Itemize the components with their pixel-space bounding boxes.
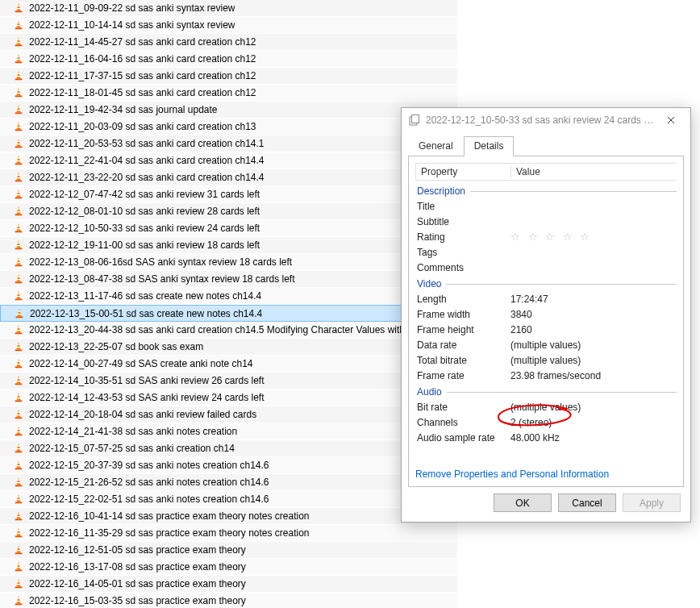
file-row[interactable]: 2022-12-16_11-35-29 sd sas practice exam… xyxy=(0,525,457,542)
file-name: 2022-12-14_20-18-04 sd sas anki review f… xyxy=(29,409,256,420)
property-row[interactable]: Subtitle xyxy=(415,214,677,229)
file-row[interactable]: 2022-12-11_14-45-27 sd sas anki card cre… xyxy=(0,34,457,51)
file-row[interactable]: 2022-12-14_20-18-04 sd sas anki review f… xyxy=(0,406,457,423)
file-name: 2022-12-14_00-27-49 sd SAS create anki n… xyxy=(29,358,253,369)
file-row[interactable]: 2022-12-13_08-06-16sd SAS anki syntax re… xyxy=(0,254,457,271)
file-row[interactable]: 2022-12-14_21-41-38 sd sas anki notes cr… xyxy=(0,423,457,440)
svg-marker-84 xyxy=(16,359,20,367)
svg-rect-37 xyxy=(15,164,23,165)
property-name: Comments xyxy=(415,262,510,273)
apply-button[interactable]: Apply xyxy=(623,493,681,512)
property-row[interactable]: Data rate(multiple values) xyxy=(415,337,677,352)
property-value: (multiple values) xyxy=(510,355,677,366)
svg-rect-130 xyxy=(17,548,19,548)
file-name: 2022-12-13_20-44-38 sd sas anki card cre… xyxy=(29,324,449,335)
file-row[interactable]: 2022-12-16_13-17-08 sd sas practice exam… xyxy=(0,559,457,576)
vlc-icon xyxy=(13,527,24,539)
svg-rect-142 xyxy=(17,598,19,599)
svg-marker-28 xyxy=(16,122,20,130)
file-row[interactable]: 2022-12-11_18-01-45 sd sas anki card cre… xyxy=(0,85,457,102)
file-name: 2022-12-15_22-02-51 sd sas anki notes cr… xyxy=(29,493,269,505)
file-row[interactable]: 2022-12-15_22-02-51 sd sas anki notes cr… xyxy=(0,491,457,508)
svg-rect-23 xyxy=(17,93,21,94)
file-row[interactable]: 2022-12-13_15-00-51 sd sas create new no… xyxy=(0,305,457,322)
file-row[interactable]: 2022-12-11_20-03-09 sd sas anki card cre… xyxy=(0,119,457,135)
property-row[interactable]: Audio sample rate48.000 kHz xyxy=(415,430,677,445)
file-name: 2022-12-11_18-01-45 sd sas anki card cre… xyxy=(29,87,256,98)
file-row[interactable]: 2022-12-11_17-37-15 sd sas anki card cre… xyxy=(0,68,457,85)
tab-details[interactable]: Details xyxy=(464,136,515,156)
property-row[interactable]: Rating☆ ☆ ☆ ☆ ☆ xyxy=(415,229,677,244)
close-button[interactable] xyxy=(655,108,687,132)
property-row[interactable]: Length17:24:47 xyxy=(415,291,677,306)
file-list[interactable]: 2022-12-11_09-09-22 sd sas anki syntax r… xyxy=(0,0,457,608)
svg-rect-34 xyxy=(17,141,19,142)
svg-rect-129 xyxy=(15,553,23,555)
property-name: Length xyxy=(415,294,510,305)
property-row[interactable]: Bit rate(multiple values) xyxy=(415,399,677,414)
file-row[interactable]: 2022-12-13_22-25-07 sd book sas exam xyxy=(0,339,457,356)
titlebar: 2022-12-12_10-50-33 sd sas anki review 2… xyxy=(402,108,690,132)
file-name: 2022-12-13_11-17-46 sd sas create new no… xyxy=(29,290,261,302)
file-row[interactable]: 2022-12-11_23-22-20 sd sas anki card cre… xyxy=(0,169,457,186)
svg-rect-7 xyxy=(17,25,21,26)
file-row[interactable]: 2022-12-12_10-50-33 sd sas anki review 2… xyxy=(0,220,457,237)
file-row[interactable]: 2022-12-11_19-42-34 sd sas journal updat… xyxy=(0,102,457,119)
cancel-button[interactable]: Cancel xyxy=(558,493,616,512)
file-row[interactable]: 2022-12-11_20-53-53 sd sas anki card cre… xyxy=(0,135,457,152)
property-row[interactable]: Title xyxy=(415,198,677,214)
file-row[interactable]: 2022-12-14_10-35-51 sd SAS anki review 2… xyxy=(0,373,457,389)
vlc-icon xyxy=(13,172,24,183)
file-row[interactable]: 2022-12-13_11-17-46 sd sas create new no… xyxy=(0,288,457,305)
column-value[interactable]: Value xyxy=(511,166,677,177)
file-row[interactable]: 2022-12-15_21-26-52 sd sas anki notes cr… xyxy=(0,474,457,491)
svg-rect-87 xyxy=(17,364,21,364)
vlc-icon xyxy=(13,578,24,589)
property-row[interactable]: Total bitrate(multiple values) xyxy=(415,352,677,368)
file-row[interactable]: 2022-12-16_10-41-14 sd sas practice exam… xyxy=(0,508,457,525)
svg-rect-1 xyxy=(15,11,23,13)
file-row[interactable]: 2022-12-11_22-41-04 sd sas anki card cre… xyxy=(0,152,457,169)
property-row[interactable]: Tags xyxy=(415,244,677,260)
ok-button[interactable]: OK xyxy=(494,493,552,512)
file-row[interactable]: 2022-12-16_15-03-35 sd sas practice exam… xyxy=(0,593,457,608)
property-row[interactable]: Frame rate23.98 frames/second xyxy=(415,368,677,383)
property-row[interactable]: Channels2 (stereo) xyxy=(415,414,677,430)
property-value: (multiple values) xyxy=(510,339,677,351)
file-row[interactable]: 2022-12-15_07-57-25 sd sas anki creation… xyxy=(0,440,457,457)
svg-rect-122 xyxy=(17,514,19,514)
file-row[interactable]: 2022-12-13_08-47-38 sd SAS anki syntax r… xyxy=(0,271,457,288)
file-row[interactable]: 2022-12-16_14-05-01 sd sas practice exam… xyxy=(0,576,457,593)
column-property[interactable]: Property xyxy=(416,166,511,177)
svg-rect-2 xyxy=(17,6,19,6)
file-row[interactable]: 2022-12-14_00-27-49 sd SAS create anki n… xyxy=(0,356,457,373)
file-row[interactable]: 2022-12-11_10-14-14 sd sas anki syntax r… xyxy=(0,17,457,34)
svg-rect-55 xyxy=(17,228,21,229)
property-list[interactable]: DescriptionTitleSubtitleRating☆ ☆ ☆ ☆ ☆T… xyxy=(415,182,677,464)
tab-general[interactable]: General xyxy=(408,136,464,156)
file-row[interactable]: 2022-12-13_20-44-38 sd sas anki card cre… xyxy=(0,322,457,339)
property-row[interactable]: Frame height2160 xyxy=(415,322,677,337)
file-row[interactable]: 2022-12-11_09-09-22 sd sas anki syntax r… xyxy=(0,0,457,17)
file-name: 2022-12-13_15-00-51 sd sas create new no… xyxy=(30,308,262,319)
svg-rect-51 xyxy=(17,211,21,212)
file-row[interactable]: 2022-12-12_07-47-42 sd sas anki review 3… xyxy=(0,186,457,203)
vlc-icon xyxy=(13,358,24,369)
properties-dialog: 2022-12-12_10-50-33 sd sas anki review 2… xyxy=(401,107,691,523)
property-row[interactable]: Comments xyxy=(415,260,677,275)
property-name: Subtitle xyxy=(415,216,510,227)
svg-rect-105 xyxy=(15,452,23,453)
svg-rect-102 xyxy=(17,429,19,430)
file-row[interactable]: 2022-12-14_12-43-53 sd SAS anki review 2… xyxy=(0,389,457,406)
vlc-icon xyxy=(13,87,24,98)
remove-properties-link[interactable]: Remove Properties and Personal Informati… xyxy=(415,468,609,480)
property-name: Tags xyxy=(415,247,510,258)
property-row[interactable]: Frame width3840 xyxy=(415,306,677,322)
file-row[interactable]: 2022-12-16_12-51-05 sd sas practice exam… xyxy=(0,542,457,559)
group-video: Video xyxy=(415,275,677,291)
file-name: 2022-12-11_23-22-20 sd sas anki card cre… xyxy=(29,172,265,183)
file-row[interactable]: 2022-12-12_19-11-00 sd sas anki review 1… xyxy=(0,237,457,254)
file-row[interactable]: 2022-12-11_16-04-16 sd sas anki card cre… xyxy=(0,51,457,68)
file-row[interactable]: 2022-12-12_08-01-10 sd sas anki review 2… xyxy=(0,203,457,220)
file-row[interactable]: 2022-12-15_20-37-39 sd sas anki notes cr… xyxy=(0,457,457,474)
